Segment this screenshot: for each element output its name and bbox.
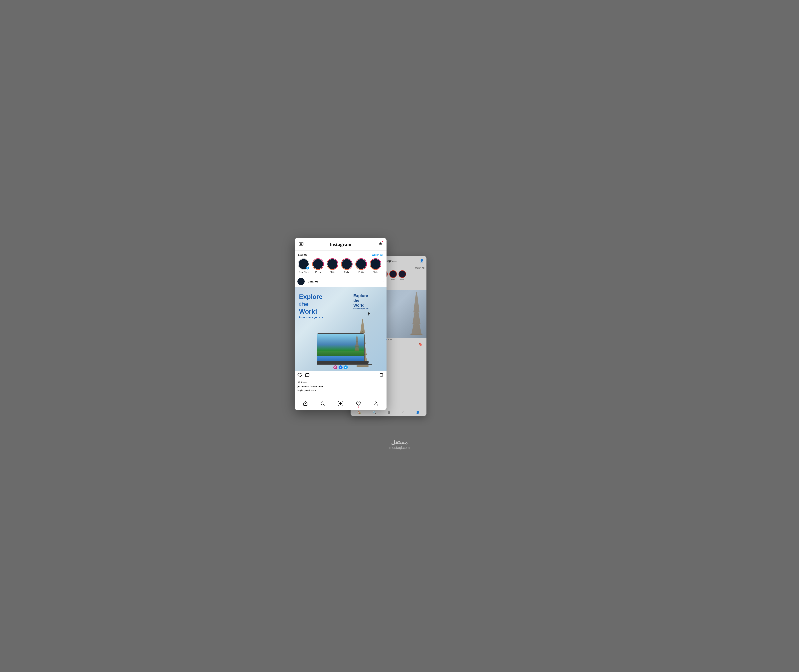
story-item-5[interactable]: Philip: [370, 258, 381, 273]
instagram-icon: [333, 365, 337, 370]
svg-point-7: [300, 243, 302, 245]
main-header: Instagram: [295, 238, 387, 251]
caption-username-2[interactable]: layla: [297, 389, 303, 392]
caption-line-1: jermanos #awesome: [297, 385, 384, 388]
story-avatar-wrap-0: +: [298, 258, 309, 270]
watch-all-button[interactable]: Watch All: [372, 253, 384, 256]
svg-rect-1: [414, 312, 419, 312]
watermark-arabic: مستقل: [389, 439, 410, 446]
post-username[interactable]: romanos: [307, 280, 380, 283]
story-avatar-5: [371, 259, 380, 269]
story-add-button[interactable]: +: [306, 266, 309, 270]
shadow-story-item-4[interactable]: Philip: [389, 270, 397, 280]
post-more-button[interactable]: ···: [380, 280, 384, 283]
notification-badge: [381, 240, 384, 243]
post-actions: [295, 371, 387, 381]
story-avatar-wrap-5: [370, 258, 381, 270]
explore-title-line2: the: [299, 301, 324, 308]
shadow-nav-search[interactable]: 🔍: [372, 411, 377, 414]
story-item-2[interactable]: Philip: [327, 258, 338, 273]
shadow-story-label-5: Philip: [400, 278, 404, 280]
story-avatar-1: [313, 259, 323, 269]
likes-count: 25 likes: [297, 381, 384, 384]
comment-button[interactable]: [305, 373, 310, 379]
story-label-1: Philip: [315, 271, 321, 273]
caption-username-1[interactable]: jermanos: [297, 385, 309, 388]
stories-section: Stories Watch All + Your Story: [295, 251, 387, 276]
svg-marker-2: [412, 312, 420, 323]
story-label-4: Philip: [358, 271, 364, 273]
app-title: Instagram: [329, 242, 352, 247]
story-item-your-story[interactable]: + Your Story: [298, 258, 309, 273]
story-avatar-wrap-4: [355, 258, 367, 270]
nav-plus-button[interactable]: [338, 401, 344, 408]
indicator-dot-2: [390, 339, 392, 340]
bottom-nav: [295, 398, 387, 410]
twitter-icon: [344, 365, 348, 370]
story-ring-3: [341, 258, 353, 270]
shadow-post-more[interactable]: ···: [422, 284, 425, 288]
post-avatar[interactable]: [297, 278, 305, 285]
story-label-0: Your Story: [299, 271, 309, 273]
shadow-explore-subtitle: from where you are !: [353, 308, 369, 309]
nav-search-button[interactable]: [320, 401, 325, 407]
shadow-nav-plus[interactable]: ⊞: [388, 411, 390, 414]
like-button[interactable]: [297, 373, 302, 379]
shadow-nav-heart[interactable]: ♡: [402, 411, 404, 414]
explore-text-overlay: Explore the World from where you are !: [299, 293, 324, 319]
post-image: Explore the World from where you are !: [295, 287, 387, 371]
svg-rect-17: [356, 365, 368, 367]
story-item-1[interactable]: Philip: [312, 258, 324, 273]
story-avatar-wrap-2: [327, 258, 338, 270]
caption-hashtag-1: #awesome: [310, 385, 323, 388]
post-header: romanos ···: [295, 276, 387, 287]
laptop-foot: [316, 364, 372, 365]
shadow-watch-all[interactable]: Watch All: [415, 267, 425, 269]
explore-subtitle: from where you are !: [299, 316, 324, 319]
nav-heart-button[interactable]: [356, 401, 361, 407]
story-avatar-4: [356, 259, 366, 269]
nav-profile-button[interactable]: [373, 401, 378, 407]
shadow-nav-profile[interactable]: 👤: [415, 411, 420, 414]
story-ring-5: [370, 258, 381, 270]
story-ring-1: [312, 258, 324, 270]
post-caption: 25 likes jermanos #awesome layla great w…: [295, 381, 387, 395]
svg-point-27: [335, 367, 336, 368]
svg-marker-22: [355, 342, 359, 346]
laptop-body: [316, 333, 364, 362]
story-item-4[interactable]: Philip: [355, 258, 367, 273]
svg-point-34: [375, 402, 377, 403]
explore-title-line3: World: [299, 308, 324, 315]
story-label-2: Philip: [330, 271, 335, 273]
page-wrapper: 📷 Instagram 👤 Stories Watch All + Your S…: [295, 238, 504, 434]
caption-rest-2: great work !: [304, 389, 318, 392]
shadow-nav-home[interactable]: 🏠: [357, 411, 361, 414]
stories-label: Stories: [298, 253, 307, 256]
add-user-button[interactable]: [377, 241, 382, 247]
story-item-3[interactable]: Philip: [341, 258, 353, 273]
svg-marker-24: [355, 347, 359, 350]
save-button[interactable]: [379, 373, 384, 379]
indicator-dot-1: [388, 339, 389, 340]
shadow-save-button[interactable]: 🔖: [419, 342, 422, 346]
svg-line-30: [324, 405, 324, 405]
shadow-story-item-5[interactable]: Philip: [398, 270, 406, 280]
svg-marker-20: [356, 335, 358, 341]
story-avatar-2: [328, 259, 337, 269]
story-avatar-wrap-1: [312, 258, 324, 270]
caption-line-2: layla great work !: [297, 389, 384, 392]
main-card: Instagram Stories Watch All: [295, 238, 387, 410]
story-label-3: Philip: [344, 271, 350, 273]
svg-rect-3: [412, 323, 420, 325]
shadow-add-user-icon: 👤: [420, 259, 423, 262]
nav-home-button[interactable]: [303, 401, 308, 407]
svg-rect-23: [355, 346, 359, 347]
svg-rect-5: [411, 334, 422, 335]
story-avatar-3: [342, 259, 352, 269]
story-ring-2: [327, 258, 338, 270]
explore-title-line1: Explore: [299, 293, 324, 301]
camera-icon[interactable]: [299, 241, 304, 247]
story-label-5: Philip: [373, 271, 378, 273]
laptop-image: [316, 333, 364, 365]
facebook-icon: f: [339, 365, 343, 370]
